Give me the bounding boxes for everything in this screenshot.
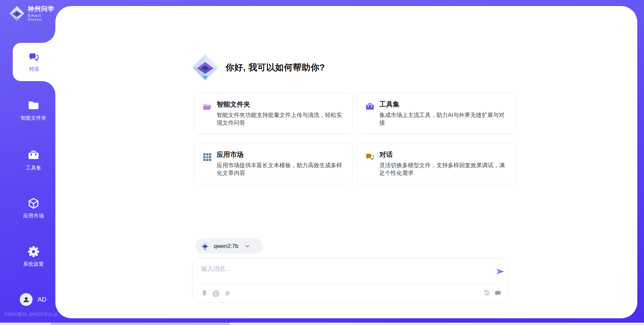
toolbox-icon [365,102,375,112]
sidebar-item-label: 对话 [29,66,39,72]
sidebar-item-label: 工具集 [26,165,42,171]
send-icon[interactable] [495,267,505,277]
mention-at-icon[interactable]: @ [212,289,220,297]
sidebar-item-label: 系统设置 [23,261,44,267]
card-title: 工具集 [379,100,399,109]
user-account[interactable]: AD [20,293,46,306]
person-icon [22,296,30,304]
cube-icon [28,197,40,209]
card-app-market[interactable]: 应用市场 应用市场提供丰富长文本模板，助力高效生成多样化文章内容 [194,143,353,184]
message-input[interactable] [201,263,486,274]
user-initials: AD [38,296,46,303]
card-title: 智能文件夹 [217,100,250,109]
chat-icon [365,152,375,162]
sidebar-item-label: 智能文件夹 [20,115,47,121]
gear-icon [28,246,40,258]
chat-bubble-icon[interactable] [494,289,502,297]
horizontal-scrollbar-thumb[interactable] [50,323,230,325]
card-description: 应用市场提供丰富长文本模板，助力高效生成多样化文章内容 [217,161,344,177]
avatar [20,293,33,306]
brand-logo-diamond-icon [9,5,24,21]
chevron-down-icon [245,243,250,249]
hashtag-icon[interactable]: # [224,289,231,297]
model-selector[interactable]: qwen2:7b [195,239,263,254]
chat-icon [29,52,40,63]
brand-subtitle: Smart Vision [28,13,56,21]
toolbox-icon [28,149,40,161]
paperclip-icon[interactable] [201,289,208,297]
message-composer: @ # [192,258,507,303]
greeting-logo-diamond-icon [192,54,219,81]
sidebar-item-settings[interactable]: 系统设置 [12,246,55,267]
card-toolset[interactable]: 工具集 集成市场上主流工具，助力AI与外界无缝扩展与对接 [357,93,516,134]
sidebar-item-smart-folders[interactable]: 智能文件夹 [12,100,55,121]
sidebar-item-app-market[interactable]: 应用市场 [12,197,55,219]
brand: 神州问学 Smart Vision [9,5,55,21]
model-name: qwen2:7b [214,243,238,250]
card-chat[interactable]: 对话 灵活切换多模型文件，支持多样回复效果调试，满足个性化需求 [357,143,516,184]
folder-icon [28,100,40,112]
history-icon[interactable] [483,289,491,297]
card-title: 对话 [379,150,393,159]
card-description: 智能文件夹功能支持批量文件上传与清洗，轻松实现文件问答 [217,111,344,127]
model-diamond-icon [201,242,210,251]
sidebar: 神州问学 Smart Vision 对话 智能文件夹 工具集 应用市场 系统设置… [0,0,55,325]
sidebar-item-chat[interactable]: 对话 [13,43,55,81]
copyright-text: ©神州数码·神州问学出品 [4,311,58,318]
grid-icon [203,152,212,162]
composer-divider [199,284,501,284]
card-smart-folders[interactable]: 智能文件夹 智能文件夹功能支持批量文件上传与清洗，轻松实现文件问答 [194,93,353,134]
sidebar-item-label: 应用市场 [23,213,44,219]
brand-name: 神州问学 [28,5,56,13]
card-description: 集成市场上主流工具，助力AI与外界无缝扩展与对接 [379,111,507,127]
greeting-title: 你好, 我可以如何帮助你? [225,54,325,81]
sidebar-item-toolset[interactable]: 工具集 [12,149,55,171]
card-title: 应用市场 [217,150,244,159]
card-description: 灵活切换多模型文件，支持多样回复效果调试，满足个性化需求 [379,161,507,177]
folder-open-icon [203,102,212,112]
